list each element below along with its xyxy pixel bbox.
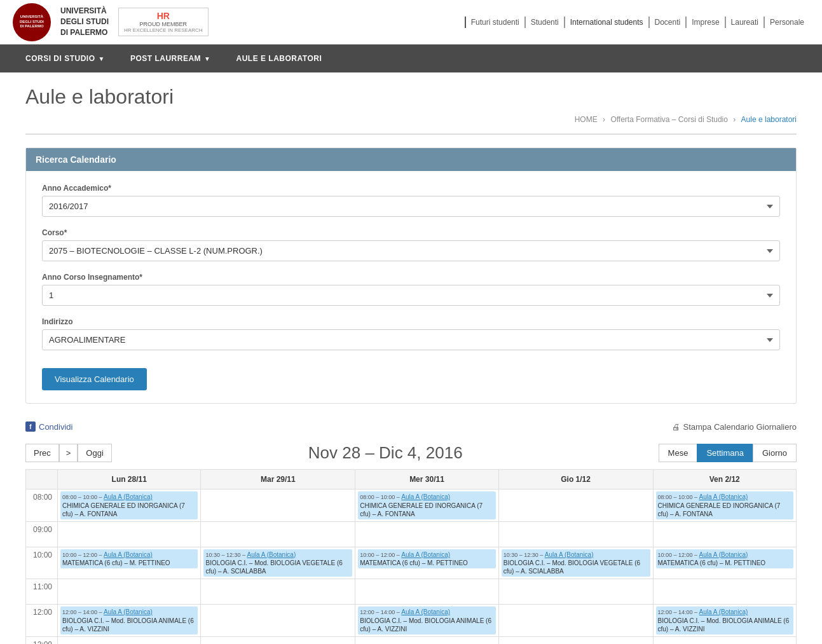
- top-navigation: UNIVERSITÀDEGLI STUDIDI PALERMO UNIVERSI…: [0, 0, 822, 45]
- stampa-label: Stampa Calendario Giornaliero: [683, 422, 797, 432]
- stampa-link[interactable]: 🖨 Stampa Calendario Giornaliero: [672, 422, 797, 432]
- room-link[interactable]: Aula A (Botanica): [699, 493, 748, 500]
- room-link[interactable]: Aula A (Botanica): [699, 551, 748, 558]
- room-link[interactable]: Aula A (Botanica): [104, 551, 153, 558]
- event-mer-10[interactable]: 10:00 – 12:00 – Aula A (Botanica) MATEMA…: [358, 549, 495, 569]
- event-name: MATEMATICA (6 cfu) – M. PETTINEO: [360, 559, 493, 567]
- condividi-link[interactable]: f Condividi: [25, 421, 72, 432]
- studenti-link[interactable]: Studenti: [524, 17, 564, 28]
- event-time: 08:00 – 10:00 – Aula A (Botanica): [360, 493, 493, 502]
- search-form-body: Anno Accademico* 2016/2017 Corso* 2075 –…: [26, 171, 796, 403]
- event-mer-08[interactable]: 08:00 – 10:00 – Aula A (Botanica) CHIMIC…: [358, 491, 495, 519]
- room-link[interactable]: Aula A (Botanica): [247, 551, 296, 558]
- event-lun-10[interactable]: 10:00 – 12:00 – Aula A (Botanica) MATEMA…: [60, 549, 198, 569]
- room-link[interactable]: Aula A (Botanica): [545, 551, 594, 558]
- aule-laboratori-nav[interactable]: AULE E LABORATORI: [224, 45, 335, 72]
- room-link[interactable]: Aula A (Botanica): [401, 551, 450, 558]
- indirizzo-select[interactable]: AGROALIMENTARE: [42, 329, 780, 350]
- event-time: 12:00 – 14:00 – Aula A (Botanica): [360, 608, 493, 617]
- cell-lun-0800: 08:00 – 10:00 – Aula A (Botanica) CHIMIC…: [58, 490, 201, 522]
- time-label-1300: 13:00: [26, 637, 58, 644]
- facebook-icon: f: [25, 421, 36, 432]
- event-mar-10[interactable]: 10:30 – 12:30 – Aula A (Botanica) BIOLOG…: [203, 549, 352, 577]
- cell-lun-0900: [58, 521, 201, 547]
- cell-lun-1000: 10:00 – 12:00 – Aula A (Botanica) MATEMA…: [58, 547, 201, 579]
- day-header-ven: Ven 2/12: [653, 470, 797, 490]
- event-name: BIOLOGIA C.I. – Mod. BIOLOGIA ANIMALE (6…: [658, 617, 792, 633]
- futuri-studenti-link[interactable]: Futuri studenti: [465, 17, 524, 28]
- event-time: 12:00 – 14:00 – Aula A (Botanica): [62, 608, 196, 617]
- excellence-text: HR EXCELLENCE IN RESEARCH: [124, 27, 203, 33]
- week-view-button[interactable]: Settimana: [697, 444, 753, 462]
- event-name: BIOLOGIA C.I. – Mod. BIOLOGIA VEGETALE (…: [503, 559, 648, 575]
- event-time: 10:00 – 12:00 – Aula A (Botanica): [658, 551, 792, 559]
- breadcrumb: HOME › Offerta Formativa – Corsi di Stud…: [25, 115, 797, 135]
- next-button[interactable]: >: [59, 444, 78, 462]
- event-ven-08[interactable]: 08:00 – 10:00 – Aula A (Botanica) CHIMIC…: [656, 491, 794, 519]
- event-ven-12[interactable]: 12:00 – 14:00 – Aula A (Botanica) BIOLOG…: [656, 606, 794, 634]
- day-header-lun: Lun 28/11: [58, 470, 201, 490]
- international-students-link[interactable]: International students: [564, 17, 648, 28]
- room-link[interactable]: Aula A (Botanica): [699, 608, 748, 615]
- day-view-button[interactable]: Giorno: [753, 444, 797, 462]
- hr-text: HR: [157, 11, 170, 21]
- search-form-title: Ricerca Calendario: [26, 148, 796, 171]
- calendar-date-range: Nov 28 – Dic 4, 2016: [308, 443, 463, 463]
- cell-gio-1200: [498, 605, 653, 637]
- time-label-1000: 10:00: [26, 547, 58, 579]
- post-laurream-label: POST LAURREAM: [130, 54, 201, 63]
- cell-mar-1000: 10:30 – 12:30 – Aula A (Botanica) BIOLOG…: [201, 547, 355, 579]
- laureati-link[interactable]: Laureati: [725, 17, 764, 28]
- anno-corso-select[interactable]: 1: [42, 285, 780, 306]
- personale-link[interactable]: Personale: [764, 17, 809, 28]
- room-link[interactable]: Aula A (Botanica): [104, 608, 153, 615]
- day-header-gio: Gio 1/12: [498, 470, 653, 490]
- table-row: 11:00: [26, 579, 797, 605]
- cell-mar-1200: [201, 605, 355, 637]
- imprese-link[interactable]: Imprese: [685, 17, 724, 28]
- corso-group: Corso* 2075 – BIOTECNOLOGIE – CLASSE L-2…: [42, 228, 780, 261]
- main-navigation: CORSI DI STUDIO ▼ POST LAURREAM ▼ AULE E…: [0, 45, 822, 72]
- docenti-link[interactable]: Docenti: [648, 17, 686, 28]
- prev-button[interactable]: Prec: [25, 444, 59, 462]
- search-form-container: Ricerca Calendario Anno Accademico* 2016…: [25, 147, 797, 404]
- breadcrumb-parent[interactable]: Offerta Formativa – Corsi di Studio: [610, 115, 728, 124]
- top-links: Futuri studenti Studenti International s…: [465, 17, 809, 28]
- cell-mar-1300: [201, 637, 355, 644]
- table-row: 13:00: [26, 637, 797, 644]
- event-lun-08[interactable]: 08:00 – 10:00 – Aula A (Botanica) CHIMIC…: [60, 491, 198, 519]
- event-time: 10:00 – 12:00 – Aula A (Botanica): [62, 551, 196, 559]
- post-laurream-nav[interactable]: POST LAURREAM ▼: [118, 45, 224, 72]
- cell-mar-0900: [201, 521, 355, 547]
- corso-select[interactable]: 2075 – BIOTECNOLOGIE – CLASSE L-2 (NUM.P…: [42, 240, 780, 261]
- time-label-0900: 09:00: [26, 521, 58, 547]
- cell-gio-0800: [498, 490, 653, 522]
- event-gio-10[interactable]: 10:30 – 12:30 – Aula A (Botanica) BIOLOG…: [502, 549, 650, 577]
- university-name: UNIVERSITÀ DEGLI STUDI DI PALERMO: [60, 6, 109, 38]
- corsi-arrow-icon: ▼: [99, 55, 105, 62]
- today-button[interactable]: Oggi: [78, 444, 111, 462]
- calendar-navigation: Prec > Oggi Nov 28 – Dic 4, 2016 Mese Se…: [25, 443, 797, 463]
- cell-ven-1100: [653, 579, 797, 605]
- cell-ven-0800: 08:00 – 10:00 – Aula A (Botanica) CHIMIC…: [653, 490, 797, 522]
- room-link[interactable]: Aula A (Botanica): [401, 608, 450, 615]
- calendar-table: Lun 28/11 Mar 29/11 Mer 30/11 Gio 1/12 V…: [25, 469, 797, 644]
- room-link[interactable]: Aula A (Botanica): [401, 493, 450, 500]
- breadcrumb-home[interactable]: HOME: [575, 115, 598, 124]
- university-logo: UNIVERSITÀDEGLI STUDIDI PALERMO: [13, 3, 51, 41]
- event-mer-12[interactable]: 12:00 – 14:00 – Aula A (Botanica) BIOLOG…: [358, 606, 495, 634]
- event-lun-12[interactable]: 12:00 – 14:00 – Aula A (Botanica) BIOLOG…: [60, 606, 198, 634]
- anno-accademico-select[interactable]: 2016/2017: [42, 196, 780, 217]
- breadcrumb-sep-2: ›: [733, 115, 737, 124]
- event-ven-10[interactable]: 10:00 – 12:00 – Aula A (Botanica) MATEMA…: [656, 549, 794, 569]
- month-view-button[interactable]: Mese: [659, 444, 698, 462]
- cell-mer-0900: [355, 521, 498, 547]
- room-link[interactable]: Aula A (Botanica): [104, 493, 153, 500]
- visualizza-calendario-button[interactable]: Visualizza Calendario: [42, 368, 147, 390]
- cell-ven-1000: 10:00 – 12:00 – Aula A (Botanica) MATEMA…: [653, 547, 797, 579]
- cell-gio-1000: 10:30 – 12:30 – Aula A (Botanica) BIOLOG…: [498, 547, 653, 579]
- cell-mer-0800: 08:00 – 10:00 – Aula A (Botanica) CHIMIC…: [355, 490, 498, 522]
- cell-mer-1200: 12:00 – 14:00 – Aula A (Botanica) BIOLOG…: [355, 605, 498, 637]
- calendar-nav-left: Prec > Oggi: [25, 444, 112, 462]
- corsi-di-studio-nav[interactable]: CORSI DI STUDIO ▼: [13, 45, 118, 72]
